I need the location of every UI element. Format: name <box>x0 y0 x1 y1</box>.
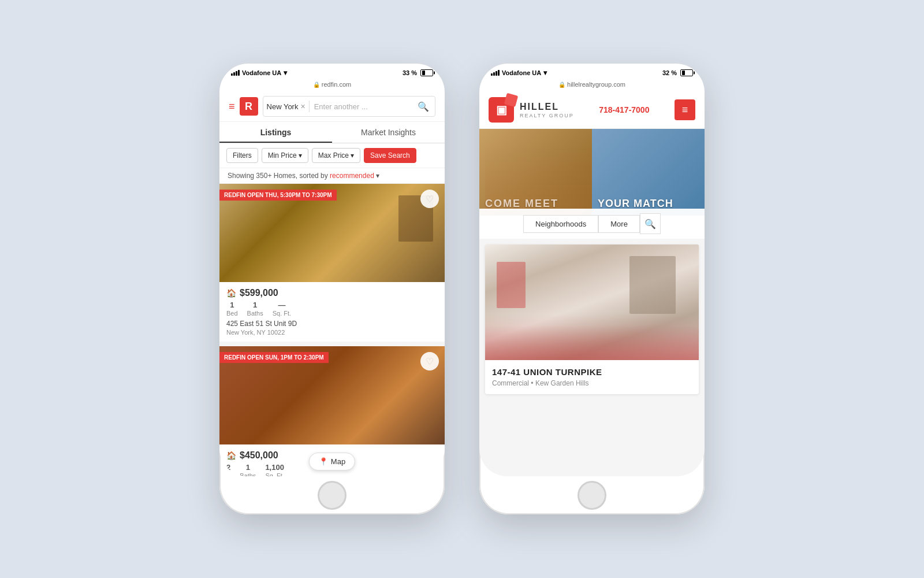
map-btn-container: 📍 Map <box>309 453 355 470</box>
property-card-1: 147-41 UNION TURNPIKE Commercial • Kew G… <box>485 244 699 394</box>
remove-tag-btn[interactable]: × <box>300 102 305 111</box>
chevron-down-icon: ▾ <box>299 151 302 160</box>
hero-text-match: YOUR MATCH <box>598 198 673 210</box>
open-house-badge-2: REDFIN OPEN SUN, 1PM TO 2:30PM <box>219 352 329 363</box>
listing-city-1: New York, NY 10022 <box>226 329 438 336</box>
battery-icon-2 <box>680 69 693 76</box>
hero-banner: COME MEET YOUR MATCH Neighborhoods More … <box>479 129 705 239</box>
url-display-2: hillelrealtygroup.com <box>567 81 625 88</box>
neighborhoods-btn[interactable]: Neighborhoods <box>523 215 598 233</box>
hillel-logo-icon: ▣ <box>489 97 514 123</box>
sqft-label-1: Sq. Ft. <box>273 310 291 317</box>
house-icon-2: 🏠 <box>226 451 236 460</box>
listing-info-1: 🏠 $599,000 1 Bed 1 Baths <box>219 282 445 342</box>
sqft-label-2: Sq. Ft. <box>265 472 284 476</box>
listings-scroll[interactable]: REDFIN OPEN THU, 5:30PM TO 7:30PM ♡ 🏠 $5… <box>219 184 445 476</box>
carrier-label: Vodafone UA <box>242 69 281 76</box>
baths-label-2: Baths <box>240 472 256 476</box>
carrier-label-2: Vodafone UA <box>502 69 541 76</box>
beds-val-2: 2 <box>226 463 230 472</box>
baths-val-1: 1 <box>247 301 263 309</box>
phone-redfin: Vodafone UA ▾ 17:09 33 % 🔒 redfin.com <box>219 64 445 514</box>
url-bar-1: 🔒 redfin.com <box>219 80 445 91</box>
property-image-1 <box>485 244 699 360</box>
search-submit-btn[interactable]: 🔍 <box>412 101 435 112</box>
redfin-header: ≡ R New York × Enter another ... 🔍 <box>219 91 445 122</box>
redfin-logo: R <box>240 97 258 116</box>
status-bar-1: Vodafone UA ▾ 17:09 33 % <box>219 64 445 80</box>
signal-icon <box>231 70 240 76</box>
hero-right-panel: YOUR MATCH <box>592 129 705 216</box>
url-bar-2: 🔒 hillelrealtygroup.com <box>479 80 705 91</box>
min-price-button[interactable]: Min Price ▾ <box>262 148 308 163</box>
hillel-scroll[interactable]: 147-41 UNION TURNPIKE Commercial • Kew G… <box>479 239 705 476</box>
hillel-brand-name: HILLEL <box>520 101 574 112</box>
tab-market-insights[interactable]: Market Insights <box>332 122 445 143</box>
time-display: 17:09 <box>337 69 353 76</box>
sqft-val-1: — <box>273 301 291 309</box>
sort-link[interactable]: recommended <box>330 172 374 180</box>
listing-image-1: REDFIN OPEN THU, 5:30PM TO 7:30PM ♡ <box>219 184 445 282</box>
hero-person-image <box>485 146 592 216</box>
baths-val-2: 1 <box>240 463 256 472</box>
hillel-menu-btn[interactable]: ≡ <box>675 99 695 120</box>
hero-left-panel: COME MEET <box>479 129 592 216</box>
baths-label-1: Baths <box>247 310 263 317</box>
tab-listings[interactable]: Listings <box>219 122 332 143</box>
hero-split: COME MEET YOUR MATCH <box>479 129 705 216</box>
battery-percent-2: 32 % <box>662 69 677 76</box>
lock-icon: 🔒 <box>313 81 320 88</box>
map-toggle-btn[interactable]: 📍 Map <box>309 453 355 470</box>
favorite-btn-1[interactable]: ♡ <box>420 190 439 208</box>
listing-image-2: REDFIN OPEN SUN, 1PM TO 2:30PM ♡ <box>219 346 445 444</box>
redfin-tabs: Listings Market Insights <box>219 122 445 143</box>
home-button-1[interactable] <box>318 481 346 510</box>
status-bar-2: Vodafone UA ▾ 17:09 32 % <box>479 64 705 80</box>
lock-icon-2: 🔒 <box>558 81 565 88</box>
hillel-phone-number[interactable]: 718-417-7000 <box>599 105 649 114</box>
hamburger-icon[interactable]: ≡ <box>229 101 235 113</box>
more-btn[interactable]: More <box>598 215 640 233</box>
battery-percent: 33 % <box>403 69 417 76</box>
phone-hillel: Vodafone UA ▾ 17:09 32 % 🔒 hillelrealtyg… <box>479 64 705 514</box>
search-placeholder: Enter another ... <box>310 102 412 111</box>
wifi-icon: ▾ <box>284 69 287 77</box>
hillel-header: ▣ HILLEL REALTY GROUP 718-417-7000 ≡ <box>479 91 705 129</box>
listing-price-1: $599,000 <box>240 288 278 298</box>
chevron-down-icon-2: ▾ <box>351 151 354 160</box>
listing-price-2: $450,000 <box>240 450 278 461</box>
house-icon-1: 🏠 <box>226 288 236 298</box>
search-tag-newyork: New York × <box>263 99 309 113</box>
sqft-val-2: 1,100 <box>265 463 284 472</box>
home-button-2[interactable] <box>578 481 606 510</box>
signal-icon-2 <box>491 70 500 76</box>
beds-label-1: Bed <box>226 310 238 317</box>
wifi-icon-2: ▾ <box>543 69 547 77</box>
search-bar[interactable]: New York × Enter another ... 🔍 <box>263 96 435 117</box>
filters-row: Filters Min Price ▾ Max Price ▾ Save Sea… <box>219 143 445 168</box>
filters-button[interactable]: Filters <box>226 148 258 163</box>
max-price-button[interactable]: Max Price ▾ <box>312 148 360 163</box>
results-info: Showing 350+ Homes, sorted by recommende… <box>219 168 445 184</box>
beds-val-1: 1 <box>226 301 238 309</box>
sort-chevron: ▾ <box>376 172 379 180</box>
property-type-1: Commercial • Kew Garden Hills <box>492 379 692 387</box>
map-pin-icon: 📍 <box>319 457 328 466</box>
open-house-badge-1: REDFIN OPEN THU, 5:30PM TO 7:30PM <box>219 190 337 201</box>
property-address-1: 147-41 UNION TURNPIKE <box>492 367 692 377</box>
property-info-1: 147-41 UNION TURNPIKE Commercial • Kew G… <box>485 360 699 394</box>
url-display: redfin.com <box>322 81 351 88</box>
favorite-btn-2[interactable]: ♡ <box>420 352 439 370</box>
scene: Vodafone UA ▾ 17:09 33 % 🔒 redfin.com <box>196 40 728 538</box>
listing-address-1: 425 East 51 St Unit 9D <box>226 320 438 328</box>
listing-card-1: REDFIN OPEN THU, 5:30PM TO 7:30PM ♡ 🏠 $5… <box>219 184 445 342</box>
time-display-2: 17:09 <box>597 69 613 76</box>
hero-nav: Neighborhoods More 🔍 <box>479 209 705 239</box>
hillel-brand-sub: REALTY GROUP <box>520 113 574 118</box>
hero-search-btn[interactable]: 🔍 <box>640 213 661 234</box>
hillel-logo-area: ▣ HILLEL REALTY GROUP <box>489 97 574 123</box>
battery-icon <box>420 69 433 76</box>
save-search-button[interactable]: Save Search <box>364 148 416 163</box>
